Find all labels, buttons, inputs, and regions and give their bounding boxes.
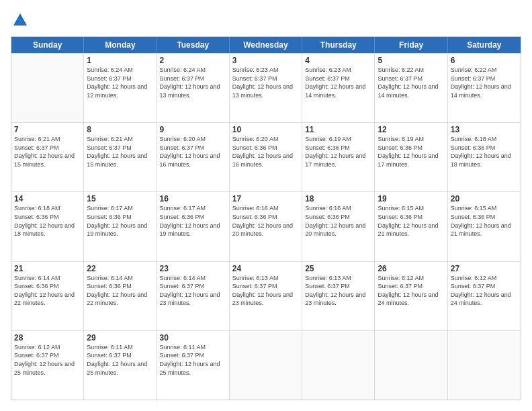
day-info: Sunrise: 6:16 AMSunset: 6:36 PMDaylight:… (232, 204, 299, 238)
day-number: 29 (87, 333, 153, 342)
calendar-header: SundayMondayTuesdayWednesdayThursdayFrid… (11, 37, 521, 53)
calendar-day-9: 9Sunrise: 6:20 AMSunset: 6:37 PMDaylight… (157, 123, 230, 191)
day-info: Sunrise: 6:14 AMSunset: 6:36 PMDaylight:… (14, 274, 81, 308)
calendar-week-4: 21Sunrise: 6:14 AMSunset: 6:36 PMDayligh… (11, 261, 521, 330)
calendar-week-1: 1Sunrise: 6:24 AMSunset: 6:37 PMDaylight… (11, 53, 521, 122)
day-info: Sunrise: 6:21 AMSunset: 6:37 PMDaylight:… (87, 135, 153, 169)
calendar-day-22: 22Sunrise: 6:14 AMSunset: 6:36 PMDayligh… (84, 262, 157, 330)
day-number: 3 (232, 56, 299, 65)
logo-icon (11, 11, 30, 30)
day-number: 13 (451, 125, 518, 134)
day-info: Sunrise: 6:22 AMSunset: 6:37 PMDaylight:… (451, 66, 518, 99)
calendar-day-14: 14Sunrise: 6:18 AMSunset: 6:36 PMDayligh… (11, 192, 84, 261)
calendar-week-5: 28Sunrise: 6:12 AMSunset: 6:37 PMDayligh… (11, 330, 521, 400)
day-info: Sunrise: 6:14 AMSunset: 6:37 PMDaylight:… (160, 274, 226, 308)
calendar-day-29: 29Sunrise: 6:11 AMSunset: 6:37 PMDayligh… (84, 331, 157, 400)
calendar-day-15: 15Sunrise: 6:17 AMSunset: 6:36 PMDayligh… (84, 192, 157, 261)
day-info: Sunrise: 6:12 AMSunset: 6:37 PMDaylight:… (451, 274, 518, 308)
calendar-day-1: 1Sunrise: 6:24 AMSunset: 6:37 PMDaylight… (84, 54, 157, 122)
day-number: 8 (87, 125, 153, 134)
day-number: 30 (160, 333, 226, 342)
calendar-day-24: 24Sunrise: 6:13 AMSunset: 6:37 PMDayligh… (230, 262, 302, 330)
day-info: Sunrise: 6:21 AMSunset: 6:37 PMDaylight:… (14, 135, 81, 169)
calendar-day-5: 5Sunrise: 6:22 AMSunset: 6:37 PMDaylight… (375, 54, 447, 122)
day-number: 19 (378, 194, 444, 203)
calendar-day-28: 28Sunrise: 6:12 AMSunset: 6:37 PMDayligh… (11, 331, 84, 400)
day-info: Sunrise: 6:23 AMSunset: 6:37 PMDaylight:… (232, 66, 299, 99)
day-info: Sunrise: 6:13 AMSunset: 6:37 PMDaylight:… (305, 274, 371, 308)
calendar-day-2: 2Sunrise: 6:24 AMSunset: 6:37 PMDaylight… (157, 54, 230, 122)
calendar-day-13: 13Sunrise: 6:18 AMSunset: 6:36 PMDayligh… (448, 123, 521, 191)
day-info: Sunrise: 6:11 AMSunset: 6:37 PMDaylight:… (160, 343, 226, 377)
logo (11, 11, 32, 30)
day-number: 10 (232, 125, 299, 134)
page: SundayMondayTuesdayWednesdayThursdayFrid… (0, 0, 532, 411)
day-info: Sunrise: 6:18 AMSunset: 6:36 PMDaylight:… (451, 135, 518, 169)
day-info: Sunrise: 6:23 AMSunset: 6:37 PMDaylight:… (305, 66, 371, 99)
header-day-sunday: Sunday (11, 37, 84, 53)
day-number: 27 (451, 264, 518, 273)
day-number: 22 (87, 264, 153, 273)
day-info: Sunrise: 6:19 AMSunset: 6:36 PMDaylight:… (378, 135, 444, 169)
calendar-empty-cell (230, 331, 302, 400)
day-info: Sunrise: 6:13 AMSunset: 6:37 PMDaylight:… (232, 274, 299, 308)
calendar-week-3: 14Sunrise: 6:18 AMSunset: 6:36 PMDayligh… (11, 191, 521, 261)
day-info: Sunrise: 6:19 AMSunset: 6:36 PMDaylight:… (305, 135, 371, 169)
day-number: 4 (305, 56, 371, 65)
day-number: 23 (160, 264, 226, 273)
calendar-day-4: 4Sunrise: 6:23 AMSunset: 6:37 PMDaylight… (302, 54, 375, 122)
header-day-thursday: Thursday (302, 37, 375, 53)
day-number: 9 (160, 125, 226, 134)
day-info: Sunrise: 6:14 AMSunset: 6:36 PMDaylight:… (87, 274, 153, 308)
day-number: 15 (87, 194, 153, 203)
calendar-day-10: 10Sunrise: 6:20 AMSunset: 6:36 PMDayligh… (230, 123, 302, 191)
day-number: 17 (232, 194, 299, 203)
day-number: 1 (87, 56, 153, 65)
day-info: Sunrise: 6:20 AMSunset: 6:37 PMDaylight:… (160, 135, 226, 169)
day-info: Sunrise: 6:11 AMSunset: 6:37 PMDaylight:… (87, 343, 153, 377)
header-day-saturday: Saturday (448, 37, 521, 53)
calendar-body: 1Sunrise: 6:24 AMSunset: 6:37 PMDaylight… (11, 53, 521, 400)
calendar-day-7: 7Sunrise: 6:21 AMSunset: 6:37 PMDaylight… (11, 123, 84, 191)
calendar-day-3: 3Sunrise: 6:23 AMSunset: 6:37 PMDaylight… (230, 54, 302, 122)
day-number: 25 (305, 264, 371, 273)
calendar-empty-cell (302, 331, 375, 400)
calendar-day-6: 6Sunrise: 6:22 AMSunset: 6:37 PMDaylight… (448, 54, 521, 122)
header-day-wednesday: Wednesday (230, 37, 302, 53)
day-info: Sunrise: 6:17 AMSunset: 6:36 PMDaylight:… (87, 204, 153, 238)
calendar-day-16: 16Sunrise: 6:17 AMSunset: 6:36 PMDayligh… (157, 192, 230, 261)
day-number: 2 (160, 56, 226, 65)
day-info: Sunrise: 6:20 AMSunset: 6:36 PMDaylight:… (232, 135, 299, 169)
day-number: 16 (160, 194, 226, 203)
calendar-empty-cell (448, 331, 521, 400)
calendar-day-21: 21Sunrise: 6:14 AMSunset: 6:36 PMDayligh… (11, 262, 84, 330)
calendar-empty-cell (375, 331, 447, 400)
calendar-day-26: 26Sunrise: 6:12 AMSunset: 6:37 PMDayligh… (375, 262, 447, 330)
day-number: 5 (378, 56, 444, 65)
day-number: 21 (14, 264, 81, 273)
calendar-day-8: 8Sunrise: 6:21 AMSunset: 6:37 PMDaylight… (84, 123, 157, 191)
day-number: 28 (14, 333, 81, 342)
day-info: Sunrise: 6:24 AMSunset: 6:37 PMDaylight:… (87, 66, 153, 99)
calendar-day-20: 20Sunrise: 6:15 AMSunset: 6:36 PMDayligh… (448, 192, 521, 261)
day-number: 26 (378, 264, 444, 273)
day-info: Sunrise: 6:16 AMSunset: 6:36 PMDaylight:… (305, 204, 371, 238)
day-number: 12 (378, 125, 444, 134)
calendar-week-2: 7Sunrise: 6:21 AMSunset: 6:37 PMDaylight… (11, 122, 521, 191)
day-info: Sunrise: 6:22 AMSunset: 6:37 PMDaylight:… (378, 66, 444, 99)
day-info: Sunrise: 6:17 AMSunset: 6:36 PMDaylight:… (160, 204, 226, 238)
calendar-day-23: 23Sunrise: 6:14 AMSunset: 6:37 PMDayligh… (157, 262, 230, 330)
day-number: 7 (14, 125, 81, 134)
day-number: 24 (232, 264, 299, 273)
day-info: Sunrise: 6:12 AMSunset: 6:37 PMDaylight:… (378, 274, 444, 308)
day-info: Sunrise: 6:24 AMSunset: 6:37 PMDaylight:… (160, 66, 226, 99)
day-number: 11 (305, 125, 371, 134)
day-number: 14 (14, 194, 81, 203)
calendar-day-27: 27Sunrise: 6:12 AMSunset: 6:37 PMDayligh… (448, 262, 521, 330)
calendar-day-30: 30Sunrise: 6:11 AMSunset: 6:37 PMDayligh… (157, 331, 230, 400)
calendar: SundayMondayTuesdayWednesdayThursdayFrid… (11, 36, 521, 400)
header-day-tuesday: Tuesday (157, 37, 230, 53)
calendar-day-18: 18Sunrise: 6:16 AMSunset: 6:36 PMDayligh… (302, 192, 375, 261)
calendar-day-19: 19Sunrise: 6:15 AMSunset: 6:36 PMDayligh… (375, 192, 447, 261)
day-info: Sunrise: 6:18 AMSunset: 6:36 PMDaylight:… (14, 204, 81, 238)
